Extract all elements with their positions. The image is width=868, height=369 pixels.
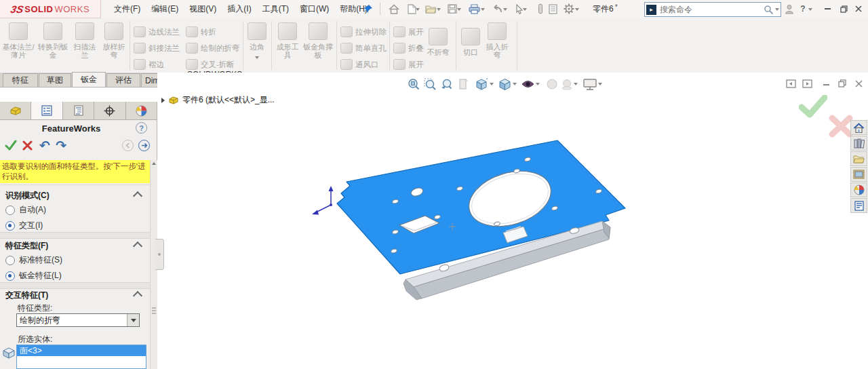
graphics-area[interactable]: 零件6 (默认<<默认>_显...	[157, 73, 868, 369]
ok-button[interactable]	[4, 138, 18, 152]
view-settings-icon[interactable]	[583, 77, 597, 91]
open-caret-icon[interactable]	[437, 8, 441, 11]
custom-properties-icon[interactable]	[850, 198, 867, 213]
lofted-bend-button[interactable]: 放样折弯	[100, 22, 127, 59]
print-icon[interactable]	[468, 3, 480, 15]
view-orientation-caret-icon[interactable]	[490, 83, 494, 85]
radio-auto-circle[interactable]	[5, 206, 15, 215]
scrollbar-up-icon[interactable]	[152, 162, 156, 165]
feature-type-collapse-icon[interactable]	[133, 241, 142, 251]
menu-file[interactable]: 文件(F)	[108, 0, 146, 18]
corner-button[interactable]: 边角	[245, 22, 269, 59]
doc-close-button[interactable]	[852, 77, 865, 90]
feature-tree-root[interactable]: 零件6 (默认<<默认>_显...	[161, 94, 275, 106]
part-3d[interactable]	[305, 129, 644, 305]
search-magnifier-icon[interactable]	[764, 5, 774, 15]
attachment-icon[interactable]	[534, 3, 547, 15]
print-caret-icon[interactable]	[481, 8, 485, 11]
no-bends-button[interactable]: 不折弯	[423, 28, 453, 56]
panel-help-button[interactable]: ?	[136, 122, 147, 134]
featuremanager-tab[interactable]	[0, 102, 31, 119]
cross-break-button[interactable]: 交叉-折断	[186, 58, 235, 71]
radio-auto[interactable]: 自动(A)	[5, 204, 46, 216]
display-style-caret-icon[interactable]	[513, 83, 517, 85]
next-window-icon[interactable]	[800, 77, 814, 90]
menu-insert[interactable]: 插入(I)	[222, 0, 256, 18]
design-library-icon[interactable]	[850, 136, 867, 151]
selected-entities-list[interactable]: 面<3>	[16, 345, 146, 369]
recognition-mode-collapse-icon[interactable]	[133, 191, 142, 201]
unfold-button[interactable]: 展开	[393, 25, 424, 39]
feature-type-dropdown[interactable]: 绘制的折弯	[16, 313, 140, 327]
cancel-button[interactable]	[20, 138, 34, 152]
view-palette-icon[interactable]	[850, 167, 867, 182]
new-document-caret-icon[interactable]	[416, 8, 420, 11]
insert-bends-button[interactable]: 插入折弯	[483, 22, 511, 59]
previous-view-icon[interactable]	[439, 77, 453, 91]
display-pane-icon[interactable]	[547, 3, 559, 15]
simple-hole-button[interactable]: 简单直孔	[340, 41, 387, 55]
menu-edit[interactable]: 编辑(E)	[146, 0, 184, 18]
user-account-icon[interactable]	[783, 3, 795, 15]
appearances-icon[interactable]	[850, 182, 867, 197]
radio-sheetmetal-circle[interactable]	[5, 271, 15, 281]
list-item-face3[interactable]: 面<3>	[17, 345, 146, 356]
interactive-features-collapse-icon[interactable]	[133, 291, 142, 300]
convert-to-sheetmetal-button[interactable]: 转换到钣金	[37, 22, 69, 59]
jog-button[interactable]: 转折	[186, 25, 216, 39]
feature-type-header[interactable]: 特征类型(F)	[5, 240, 48, 252]
help-caret-icon[interactable]	[808, 8, 812, 11]
doc-minimize-button[interactable]	[819, 78, 833, 92]
section-view-icon[interactable]	[457, 77, 471, 91]
save-caret-icon[interactable]	[457, 8, 461, 11]
open-icon[interactable]	[425, 3, 437, 15]
redo-button[interactable]: ↷	[54, 138, 68, 152]
scrollbar-grip[interactable]	[151, 307, 157, 314]
radio-interactive[interactable]: 交互(I)	[5, 220, 43, 231]
options-gear-icon[interactable]	[563, 3, 575, 15]
confirm-cancel-mark[interactable]	[829, 115, 853, 140]
home-icon[interactable]	[388, 3, 400, 15]
base-flange-button[interactable]: 基体法兰/薄片	[1, 22, 35, 59]
search-caret-icon[interactable]	[775, 8, 779, 11]
display-style-icon[interactable]	[498, 77, 511, 91]
menu-window[interactable]: 窗口(W)	[294, 0, 334, 18]
apply-scene-icon[interactable]	[560, 77, 574, 91]
hem-button[interactable]: 褶边	[134, 58, 164, 71]
interactive-features-header[interactable]: 交互特征(T)	[5, 290, 48, 301]
menu-view[interactable]: 视图(V)	[184, 0, 222, 18]
sheetmetal-gusset-button[interactable]: 钣金角撑板	[302, 22, 334, 59]
undo-icon[interactable]	[491, 3, 503, 15]
extruded-cut-button[interactable]: 拉伸切除	[340, 25, 387, 39]
help-icon[interactable]: ?	[799, 3, 807, 15]
app-close-button[interactable]	[853, 4, 864, 14]
radio-standard-features[interactable]: 标准特征(S)	[5, 254, 62, 266]
tab-sketch[interactable]: 草图	[39, 73, 71, 87]
previous-window-icon[interactable]	[784, 77, 797, 90]
select-caret-icon[interactable]	[523, 8, 527, 11]
undo-button[interactable]: ↶	[38, 138, 52, 152]
propertymanager-tab[interactable]	[31, 102, 62, 119]
radio-interactive-circle[interactable]	[5, 221, 15, 231]
confirm-ok-mark[interactable]	[799, 95, 827, 120]
zoom-fit-icon[interactable]	[407, 77, 420, 91]
tab-evaluate[interactable]: 评估	[106, 73, 140, 87]
fold-button[interactable]: 折叠	[393, 41, 424, 55]
gear-caret-icon[interactable]	[575, 8, 579, 11]
app-restore-button[interactable]	[838, 4, 849, 14]
sketched-bend-button[interactable]: 绘制的折弯	[186, 41, 240, 55]
configurationmanager-tab[interactable]	[63, 102, 94, 119]
next-button[interactable]	[138, 140, 150, 151]
doc-restore-button[interactable]	[835, 77, 849, 90]
feature-tree-root-label[interactable]: 零件6 (默认<<默认>_显...	[182, 94, 275, 106]
menu-tools[interactable]: 工具(T)	[257, 0, 294, 18]
file-explorer-icon[interactable]	[850, 151, 867, 166]
undo-caret-icon[interactable]	[503, 8, 507, 11]
back-button[interactable]	[122, 140, 134, 151]
radio-sheetmetal-features[interactable]: 钣金特征(L)	[5, 270, 62, 281]
swept-flange-button[interactable]: 扫描法兰	[71, 22, 99, 59]
flatten-button[interactable]: 展开	[393, 58, 424, 71]
displaymanager-tab[interactable]	[126, 102, 157, 119]
edit-appearance-icon[interactable]	[545, 77, 559, 91]
miter-flange-button[interactable]: 斜接法兰	[134, 41, 180, 55]
